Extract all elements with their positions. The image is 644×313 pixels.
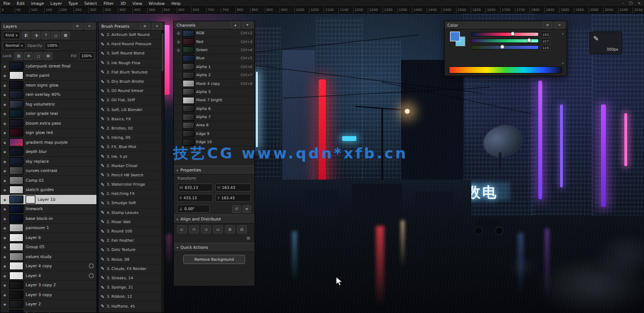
brush-preset-row[interactable]: ✎ 3. Sponge, 21 bbox=[99, 283, 164, 292]
layer-filter-dropdown[interactable]: Kind ▼ bbox=[3, 32, 20, 39]
eye-icon[interactable]: ◉ bbox=[2, 255, 7, 259]
brush-preset-row[interactable]: ✎ 2. Flat Blunt Textured bbox=[99, 68, 164, 77]
brush-preset-row[interactable]: ✎ 3. Oil Round Smear bbox=[99, 87, 164, 96]
menu-type[interactable]: Type bbox=[69, 1, 78, 6]
brush-preset-row[interactable]: ✎ 2. Mixer Wet bbox=[99, 218, 164, 227]
eye-icon[interactable]: ◉ bbox=[2, 93, 7, 96]
brush-preset-row[interactable]: ✎ 2. Bristles, 02 bbox=[99, 124, 164, 133]
menu-image[interactable]: Image bbox=[31, 1, 44, 6]
brush-preset-row[interactable]: ✎ 3. Inking, 05 bbox=[99, 133, 164, 143]
color-panel-header[interactable]: Color ≡× bbox=[445, 21, 567, 29]
channel-visibility-icon[interactable]: ◎ bbox=[176, 40, 181, 44]
brush-preset-row[interactable]: ✎ 3. Dots Texture bbox=[99, 246, 164, 255]
channel-row[interactable]: Blue Ctrl+5 bbox=[174, 54, 254, 63]
menu-select[interactable]: Select bbox=[84, 1, 97, 6]
menu-edit[interactable]: Edit bbox=[17, 1, 25, 6]
menu-window[interactable]: Window bbox=[149, 1, 165, 6]
lock-icon[interactable]: ▨ bbox=[14, 52, 23, 60]
layer-row[interactable]: ◉ gradient map purple bbox=[1, 138, 96, 148]
lock-icon[interactable]: ◻ bbox=[34, 52, 42, 60]
scroll-arrow-icon[interactable]: ▾ bbox=[562, 62, 564, 65]
layer-filter-icon[interactable]: ◻ bbox=[51, 32, 60, 39]
color-panel-scroll-icons[interactable]: ▴▾ bbox=[561, 32, 565, 65]
layer-row[interactable]: ◉ Layer 4 copy bbox=[1, 262, 96, 272]
brush-preset-row[interactable]: ✎ 3. Halftone, 45 bbox=[99, 302, 164, 311]
layer-row[interactable]: ◉ cyberpunk street final bbox=[1, 62, 96, 71]
plus-icon[interactable]: ⊞ bbox=[246, 236, 250, 241]
properties-section-header[interactable]: ▾ Properties bbox=[174, 165, 254, 175]
channel-row[interactable]: Alpha 7 bbox=[174, 113, 254, 121]
menu-3d[interactable]: 3D bbox=[120, 1, 126, 6]
eye-icon[interactable]: ◉ bbox=[2, 131, 7, 134]
channel-row[interactable]: Alpha 5 bbox=[174, 88, 254, 96]
align-icon[interactable]: ⊓ bbox=[189, 225, 199, 234]
eye-icon[interactable]: ◉ bbox=[2, 312, 7, 312]
slider-value[interactable]: 153 bbox=[541, 32, 550, 38]
layer-row[interactable]: ◉ Group 05 bbox=[1, 243, 96, 253]
layer-row[interactable]: ◉ Layer 3 copy bbox=[1, 290, 96, 300]
panel-header-icon[interactable]: ▴ bbox=[231, 21, 240, 29]
opacity-value[interactable]: 100% bbox=[45, 42, 60, 50]
panel-header-icon[interactable]: ≡ bbox=[73, 22, 82, 30]
eye-icon[interactable]: ◉ bbox=[2, 179, 7, 182]
eye-icon[interactable]: ◉ bbox=[2, 150, 7, 154]
menu-view[interactable]: View bbox=[132, 1, 142, 6]
channel-row[interactable]: Area 8 bbox=[174, 121, 254, 130]
layer-row[interactable]: ◉ paintover 1 bbox=[1, 224, 96, 234]
layer-row[interactable]: ◉ matte paint bbox=[1, 71, 96, 81]
eye-icon[interactable]: ◉ bbox=[2, 274, 7, 278]
layer-row[interactable]: ◉ sketch guides bbox=[1, 186, 96, 195]
brush-preset-row[interactable]: ✎ 2. Fan Feather bbox=[99, 236, 164, 246]
slider-handle[interactable] bbox=[527, 38, 531, 42]
window-control-0[interactable]: – bbox=[622, 1, 624, 5]
menu-layer[interactable]: Layer bbox=[51, 1, 62, 6]
angle-icon[interactable]: ≡ bbox=[242, 205, 251, 213]
eye-icon[interactable]: ◉ bbox=[2, 159, 7, 163]
slider-handle[interactable] bbox=[511, 32, 515, 36]
layers-panel-header[interactable]: Layers ≡× bbox=[1, 22, 96, 30]
eye-icon[interactable]: ◉ bbox=[2, 245, 7, 249]
blend-mode-dropdown[interactable]: Normal ▼ bbox=[3, 42, 26, 50]
align-icon[interactable]: ⊐ bbox=[201, 225, 211, 234]
slider-value[interactable]: 217 bbox=[541, 38, 550, 44]
transform-field-W[interactable]: W 633.13 bbox=[177, 183, 213, 192]
fill-value[interactable]: 100% bbox=[79, 52, 94, 60]
slider-track[interactable] bbox=[471, 32, 539, 36]
eye-icon[interactable]: ◉ bbox=[2, 283, 7, 287]
layer-row[interactable]: ◉ fog volumetric bbox=[1, 100, 96, 109]
brush-preset-row[interactable]: ✎ 3. Noise, 08 bbox=[99, 255, 164, 265]
brush-preset-row[interactable]: ✎ 3. Basics, FX bbox=[99, 115, 164, 124]
brush-preset-row[interactable]: ✎ 2. Hatching FX bbox=[99, 189, 164, 199]
layer-filter-icon[interactable]: ◑ bbox=[32, 32, 40, 39]
brush-preset-row[interactable]: ✎ 3. Ribbon, 12 bbox=[99, 292, 164, 302]
brush-preset-row[interactable]: ✎ 3. Soft Round Blend bbox=[99, 49, 164, 58]
brush-preset-row[interactable]: ✎ 4. Stamp Leaves bbox=[99, 208, 164, 218]
layer-row[interactable]: ◉ Layer 2 bbox=[1, 300, 96, 310]
panel-header-icon[interactable]: × bbox=[555, 21, 564, 29]
eye-icon[interactable]: ◉ bbox=[2, 121, 7, 125]
layer-row[interactable]: ◉ curves contrast bbox=[1, 167, 96, 176]
channel-row[interactable]: Mask 4 copy Ctrl+8 bbox=[174, 79, 254, 88]
slider-track[interactable] bbox=[471, 45, 539, 50]
window-control-2[interactable]: × bbox=[637, 1, 641, 5]
channel-row[interactable]: Alpha 2 Ctrl+7 bbox=[174, 71, 254, 79]
menu-file[interactable]: File bbox=[3, 1, 10, 6]
brush-preset-row[interactable]: ✎ 3. Smudge Soft bbox=[99, 199, 164, 208]
layer-row[interactable]: ◉ Layer 3 copy 2 bbox=[1, 281, 96, 291]
angle-icon[interactable]: ↺ bbox=[232, 205, 241, 213]
channel-row[interactable]: Alpha 6 bbox=[174, 105, 254, 113]
channel-row[interactable]: ◎ Green Ctrl+4 bbox=[174, 46, 254, 54]
layer-row[interactable]: ◉ sky replace bbox=[1, 157, 96, 167]
eye-icon[interactable]: ◉ bbox=[2, 207, 7, 211]
eye-icon[interactable]: ◉ bbox=[2, 293, 7, 297]
brush-preset-row[interactable]: ✎ 4. Hard Round Pressure bbox=[99, 40, 164, 49]
layer-row[interactable]: ◉ Comp 01 bbox=[1, 176, 96, 186]
eye-icon[interactable]: ◉ bbox=[2, 73, 7, 77]
eye-icon[interactable]: ◉ bbox=[2, 64, 7, 68]
panel-header-icon[interactable]: ≡ bbox=[141, 22, 149, 30]
channel-row[interactable]: Alpha 1 Ctrl+6 bbox=[174, 63, 254, 71]
align-section-header[interactable]: ▾ Align and Distribute bbox=[174, 214, 254, 224]
layer-row[interactable]: ◉ rain overlay 40% bbox=[1, 90, 96, 100]
eye-icon[interactable]: ◉ bbox=[2, 102, 7, 106]
brush-preset-row[interactable]: ✎ 3. Watercolor Fringe bbox=[99, 180, 164, 189]
